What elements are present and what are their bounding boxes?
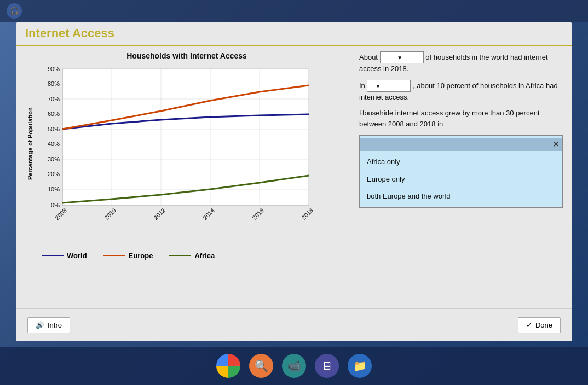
check-icon: ✓	[526, 321, 532, 329]
svg-text:10%: 10%	[48, 186, 60, 192]
legend-line-europe	[103, 255, 125, 256]
headphone-icon: 🎧	[7, 3, 22, 19]
bottom-bar: 🔊 Intro ✓ Done	[16, 308, 572, 341]
chrome-icon[interactable]	[216, 354, 240, 378]
intro-button[interactable]: 🔊 Intro	[27, 317, 70, 333]
svg-text:2016: 2016	[251, 207, 265, 221]
right-panel: About ▼ of households in the world had i…	[359, 51, 563, 260]
volume-icon: 🔊	[36, 321, 44, 329]
intro-label: Intro	[48, 321, 62, 329]
svg-text:40%: 40%	[48, 141, 60, 147]
files-icon[interactable]: 📁	[348, 354, 372, 378]
chart-legend: World Europe Africa	[42, 252, 348, 260]
chart-inner: 90% 80% 70% 60% 50% 40% 30% 20% 10% 0% 2…	[35, 63, 348, 224]
legend-world: World	[42, 252, 87, 260]
q1-select[interactable]: ▼	[380, 51, 424, 63]
legend-label-world: World	[67, 252, 87, 260]
chart-section: Households with Internet Access Percenta…	[25, 51, 348, 260]
svg-text:80%: 80%	[48, 80, 60, 87]
done-button[interactable]: ✓ Done	[518, 317, 561, 333]
search-icon[interactable]: 🔍	[249, 354, 273, 378]
q2-select[interactable]: ▼	[367, 80, 411, 92]
system-taskbar: 🔍 📹 🖥 📁	[0, 347, 588, 385]
dropdown-option-both[interactable]: both Europe and the world	[360, 188, 562, 205]
legend-label-europe: Europe	[129, 252, 153, 260]
legend-label-africa: Africa	[194, 252, 215, 260]
legend-line-world	[42, 255, 64, 256]
dropdown-option-europe[interactable]: Europe only	[360, 171, 562, 188]
main-content: Internet Access Households with Internet…	[16, 22, 572, 341]
video-icon[interactable]: 📹	[282, 354, 306, 378]
legend-line-africa	[169, 255, 191, 256]
y-axis-label: Percentage of Population	[25, 63, 35, 224]
dropdown-menu: ✕ Africa only Europe only both Europe an…	[359, 135, 563, 208]
svg-text:2018: 2018	[300, 207, 314, 221]
svg-text:2008: 2008	[54, 207, 68, 221]
legend-africa: Africa	[169, 252, 215, 260]
svg-text:2010: 2010	[103, 207, 117, 221]
svg-text:2014: 2014	[201, 207, 216, 221]
svg-text:70%: 70%	[48, 96, 60, 102]
monitor-icon[interactable]: 🖥	[315, 354, 339, 378]
svg-text:50%: 50%	[48, 126, 60, 132]
dropdown-option-africa[interactable]: Africa only	[360, 153, 562, 171]
svg-text:2012: 2012	[152, 207, 166, 221]
q1-prefix: About	[359, 53, 378, 61]
svg-text:0%: 0%	[51, 202, 60, 208]
content-area: Households with Internet Access Percenta…	[16, 46, 572, 265]
page-header: Internet Access	[16, 22, 572, 46]
svg-text:30%: 30%	[48, 156, 60, 162]
svg-text:60%: 60%	[48, 110, 60, 117]
question-1: About ▼ of households in the world had i…	[359, 51, 563, 74]
chart-title: Households with Internet Access	[25, 51, 348, 60]
page-title: Internet Access	[25, 26, 563, 40]
done-label: Done	[535, 321, 552, 329]
q3-text: Househide internet access grew by more t…	[359, 109, 540, 128]
chart-container: Percentage of Population	[25, 63, 348, 224]
chart-svg: 90% 80% 70% 60% 50% 40% 30% 20% 10% 0% 2…	[35, 63, 320, 222]
svg-text:90%: 90%	[48, 66, 60, 72]
dropdown-header: ✕	[360, 138, 562, 151]
question-3: Househide internet access grew by more t…	[359, 108, 563, 129]
question-2: In ▼ , about 10 percent of households in…	[359, 80, 563, 103]
svg-text:20%: 20%	[48, 171, 60, 177]
q2-prefix: In	[359, 81, 365, 90]
close-icon[interactable]: ✕	[552, 138, 560, 151]
legend-europe: Europe	[103, 252, 153, 260]
top-bar: 🎧	[0, 0, 588, 22]
